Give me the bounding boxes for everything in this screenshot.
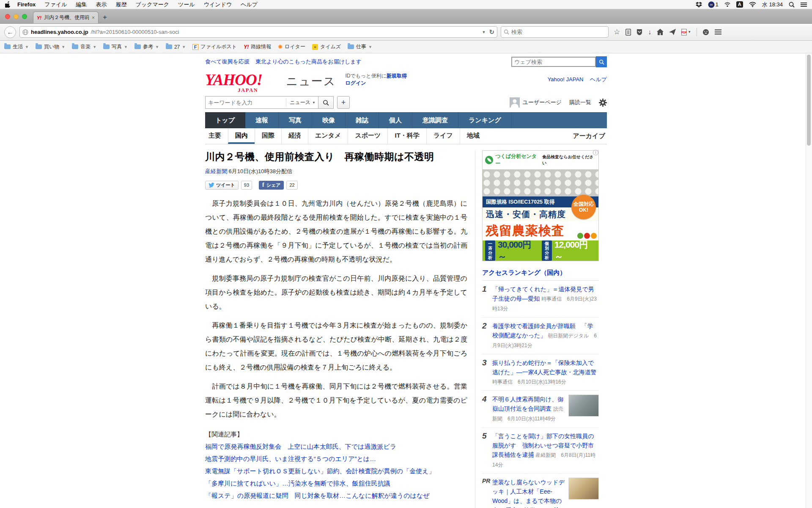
menubar-item-bookmarks[interactable]: ブックマーク	[136, 1, 170, 8]
spotlight-icon[interactable]	[789, 2, 795, 8]
share-send-button[interactable]	[669, 29, 676, 35]
archive-link[interactable]: アーカイブ	[573, 132, 607, 140]
bookmark-folder-music[interactable]: 音楽▼	[72, 43, 96, 50]
reading-list-button[interactable]	[625, 29, 631, 36]
bookmark-folder-reference[interactable]: 参考▼	[134, 43, 159, 50]
login-link[interactable]: ログイン	[346, 80, 366, 86]
input-source-icon[interactable]: A	[736, 1, 743, 8]
page-scrollbar[interactable]	[806, 53, 812, 508]
related-link[interactable]: 「多摩川に捨てればいい」…汚染水を無断で排水、飯舘住民抗議	[205, 477, 467, 489]
nav-tab-magazine[interactable]: 雑誌	[346, 112, 379, 128]
nav-tab-poll[interactable]: 意識調査	[412, 112, 458, 128]
help-link[interactable]: ヘルプ	[590, 76, 607, 83]
downloads-button[interactable]: ↓	[648, 28, 651, 36]
pr-ad-link[interactable]: 塗装なし腐らないウッドデッキ｜人工木材「Eee-Wood」は、まるで本物の木!お…	[492, 479, 565, 508]
keyword-input[interactable]	[208, 99, 286, 106]
new-tab-button[interactable]: +	[99, 13, 112, 23]
subnav-sports[interactable]: スポーツ	[348, 128, 387, 144]
nav-tab-top[interactable]: トップ	[205, 112, 245, 128]
keyword-search-box[interactable]: ニュース ▼	[205, 96, 318, 109]
ad-info-icon[interactable]: i	[593, 150, 598, 155]
scrollbar-thumb[interactable]	[807, 55, 811, 146]
related-link[interactable]: 地震予測的中の早川氏、いま注視する“５つのエリア”とは…	[205, 453, 467, 465]
hello-smiley-button[interactable]	[702, 29, 709, 36]
subnav-economy[interactable]: 経済	[281, 128, 308, 144]
dropbox-icon[interactable]	[696, 2, 702, 8]
bookmark-folder-work[interactable]: 仕事▼	[348, 43, 372, 50]
menubar-item-history[interactable]: 履歴	[116, 1, 127, 8]
browser-search-input[interactable]	[511, 29, 596, 35]
wifi-icon[interactable]	[749, 2, 756, 7]
window-close-button[interactable]	[5, 14, 10, 19]
bookmark-transit[interactable]: Y!路線情報	[244, 43, 271, 50]
menubar-item-view[interactable]: 表示	[96, 1, 107, 8]
menubar-item-edit[interactable]: 編集	[76, 1, 87, 8]
window-minimize-button[interactable]	[14, 14, 19, 19]
bookmark-folder-photo[interactable]: 写真▼	[103, 43, 128, 50]
subnav-local[interactable]: 地域	[460, 128, 486, 144]
signup-link[interactable]: 新規取得	[387, 73, 407, 79]
promo-link-2[interactable]: 東北より心のこもった商品をお届けします	[255, 58, 362, 66]
userpage-link[interactable]: ユーザーページ	[510, 97, 562, 108]
news-search-button[interactable]	[318, 96, 334, 109]
yahoo-japan-news-logo[interactable]: YAHOO! JAPAN ニュース	[205, 71, 336, 89]
nav-tab-flash[interactable]: 速報	[245, 112, 279, 128]
subnav-life[interactable]: ライフ	[426, 128, 460, 144]
reload-button[interactable]: ↻	[489, 28, 494, 36]
subnav-domestic[interactable]: 国内	[228, 128, 255, 144]
ad-banner[interactable]: i つくば分析センター 食品検査ならお任せください 国際規格 ISO/IEC17…	[482, 150, 599, 261]
related-link[interactable]: 「報ステ」の原発報道に疑問 同じ対象を取材…こんなに解釈が違うのはなぜ	[205, 489, 467, 502]
gear-icon[interactable]	[599, 99, 607, 107]
pocket-button[interactable]	[636, 29, 642, 36]
window-zoom-button[interactable]	[22, 14, 27, 19]
menubar-item-file[interactable]: ファイル	[44, 1, 67, 8]
yahoo-japan-link[interactable]: Yahoo! JAPAN	[548, 76, 584, 83]
promo-link-1[interactable]: 食べて復興を応援	[205, 58, 250, 66]
url-dropdown-icon[interactable]: ▼	[482, 30, 486, 34]
home-button[interactable]	[657, 29, 664, 35]
browser-search-field[interactable]	[501, 26, 609, 38]
back-button[interactable]: ←	[4, 26, 16, 38]
ranking-link[interactable]: 振り払うため蛇行か＝「保険未加入で逃げた」―一家4人死亡事故・北海道警	[492, 359, 596, 375]
pdf-tool-button[interactable]: PDF ▼	[681, 29, 691, 36]
web-search-input[interactable]	[511, 57, 596, 67]
subnav-world[interactable]: 国際	[255, 128, 281, 144]
bookmark-star-button[interactable]: ☆	[614, 28, 620, 36]
facebook-share-button[interactable]: f シェア	[259, 181, 284, 190]
menubar-item-tools[interactable]: ツール	[178, 1, 195, 8]
bluetooth-keyboard-icon[interactable]	[724, 2, 730, 7]
bookmark-times[interactable]: ≡タイムズ	[312, 43, 341, 50]
subnav-entertainment[interactable]: エンタメ	[308, 128, 348, 144]
browser-tab[interactable]: Y! 川内２号機、使用前検査入... ×	[33, 11, 99, 23]
pr-ad-thumbnail[interactable]	[568, 478, 599, 500]
bookmark-folder-shopping[interactable]: 買い物▼	[36, 43, 65, 50]
bookmark-folder-27[interactable]: 27▼	[166, 44, 186, 50]
menu-hamburger-button[interactable]	[715, 29, 721, 35]
menubar-clock[interactable]: 水 18:34	[762, 1, 783, 8]
apple-menu[interactable]	[5, 1, 11, 8]
url-field[interactable]: headlines.yahoo.co.jp/hl?a=20150610-0000…	[19, 26, 497, 38]
nav-tab-personal[interactable]: 個人	[379, 112, 412, 128]
article-source-link[interactable]: 産経新聞	[205, 168, 227, 174]
nav-tab-video[interactable]: 映像	[312, 112, 346, 128]
notification-center-icon[interactable]	[801, 2, 807, 7]
search-scope-select[interactable]: ニュース ▼	[286, 98, 315, 107]
add-search-button[interactable]: +	[337, 96, 350, 109]
ranking-thumbnail[interactable]	[568, 395, 599, 417]
bookmark-folder-life[interactable]: 生活▼	[4, 43, 29, 50]
tab-close-icon[interactable]: ×	[92, 15, 95, 21]
related-link[interactable]: 東電無謀「サポート切れＯＳ更新しない」節約、会計検査院が異例の「金使え」	[205, 465, 467, 477]
menubar-item-help[interactable]: ヘルプ	[241, 1, 258, 8]
menubar-item-window[interactable]: ウインドウ	[204, 1, 232, 8]
menubar-item-firefox[interactable]: Firefox	[17, 1, 36, 8]
subnav-it-science[interactable]: IT・科学	[387, 128, 426, 144]
creative-cloud-icon[interactable]: ∞ 1	[708, 1, 719, 8]
bookmark-filepost[interactable]: Fファイルポスト	[192, 43, 237, 50]
nav-tab-photo[interactable]: 写真	[279, 112, 312, 128]
related-link[interactable]: 福岡で原発再稼働反対集会 上空に山本太郎氏、下では過激派ビラ	[205, 440, 467, 453]
bookmark-reuters[interactable]: ✺ロイター	[278, 43, 305, 50]
subscriptions-link[interactable]: 購読一覧	[569, 99, 591, 106]
tweet-button[interactable]: ツイート	[205, 181, 239, 190]
web-search-button[interactable]	[596, 56, 607, 67]
subnav-main[interactable]: 主要	[205, 128, 228, 144]
